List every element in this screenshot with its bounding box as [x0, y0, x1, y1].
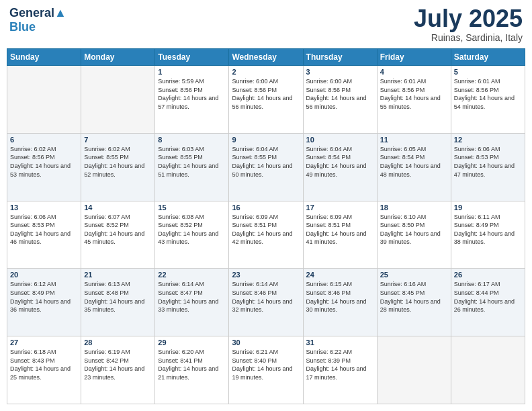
day-info: Sunrise: 5:59 AMSunset: 8:56 PMDaylight:… [158, 77, 226, 111]
day-header-saturday: Saturday [451, 49, 525, 66]
calendar-cell: 18Sunrise: 6:10 AMSunset: 8:50 PMDayligh… [377, 201, 451, 269]
calendar-cell: 31Sunrise: 6:22 AMSunset: 8:39 PMDayligh… [303, 336, 377, 404]
calendar-cell: 25Sunrise: 6:16 AMSunset: 8:45 PMDayligh… [377, 269, 451, 336]
calendar-cell [7, 66, 81, 134]
day-info: Sunrise: 6:05 AMSunset: 8:54 PMDaylight:… [380, 145, 448, 179]
calendar-cell: 9Sunrise: 6:04 AMSunset: 8:55 PMDaylight… [229, 133, 303, 201]
calendar-cell: 29Sunrise: 6:20 AMSunset: 8:41 PMDayligh… [155, 336, 229, 404]
day-number: 2 [232, 68, 300, 76]
calendar-week-row: 6Sunrise: 6:02 AMSunset: 8:56 PMDaylight… [7, 133, 525, 201]
day-info: Sunrise: 6:09 AMSunset: 8:51 PMDaylight:… [306, 213, 374, 246]
day-number: 17 [306, 203, 374, 212]
calendar-cell: 1Sunrise: 5:59 AMSunset: 8:56 PMDaylight… [155, 66, 229, 134]
day-number: 11 [380, 136, 448, 144]
day-info: Sunrise: 6:13 AMSunset: 8:48 PMDaylight:… [84, 280, 152, 314]
calendar-cell: 27Sunrise: 6:18 AMSunset: 8:43 PMDayligh… [7, 336, 81, 404]
day-number: 31 [306, 338, 374, 347]
month-title: July 2025 [414, 7, 523, 31]
calendar-cell: 13Sunrise: 6:06 AMSunset: 8:53 PMDayligh… [7, 201, 81, 269]
day-header-tuesday: Tuesday [155, 49, 229, 66]
header: General▲ Blue July 2025 Ruinas, Sardinia… [7, 7, 525, 43]
calendar-cell: 28Sunrise: 6:19 AMSunset: 8:42 PMDayligh… [81, 336, 155, 404]
calendar-week-row: 20Sunrise: 6:12 AMSunset: 8:49 PMDayligh… [7, 269, 525, 336]
calendar-table: SundayMondayTuesdayWednesdayThursdayFrid… [7, 48, 525, 404]
day-info: Sunrise: 6:12 AMSunset: 8:49 PMDaylight:… [10, 280, 78, 314]
day-number: 1 [158, 68, 226, 76]
calendar-week-row: 1Sunrise: 5:59 AMSunset: 8:56 PMDaylight… [7, 66, 525, 134]
day-info: Sunrise: 6:09 AMSunset: 8:51 PMDaylight:… [232, 213, 300, 246]
day-info: Sunrise: 6:19 AMSunset: 8:42 PMDaylight:… [84, 348, 152, 381]
day-info: Sunrise: 6:06 AMSunset: 8:53 PMDaylight:… [10, 213, 78, 246]
day-number: 22 [158, 271, 226, 279]
calendar-cell: 5Sunrise: 6:01 AMSunset: 8:56 PMDaylight… [451, 66, 525, 134]
day-number: 23 [232, 271, 300, 279]
day-info: Sunrise: 6:20 AMSunset: 8:41 PMDaylight:… [158, 348, 226, 381]
calendar-cell: 10Sunrise: 6:04 AMSunset: 8:54 PMDayligh… [303, 133, 377, 201]
day-number: 29 [158, 338, 226, 347]
calendar-cell: 16Sunrise: 6:09 AMSunset: 8:51 PMDayligh… [229, 201, 303, 269]
calendar-cell: 3Sunrise: 6:00 AMSunset: 8:56 PMDaylight… [303, 66, 377, 134]
day-header-wednesday: Wednesday [229, 49, 303, 66]
day-number: 6 [10, 136, 78, 144]
day-number: 8 [158, 136, 226, 144]
day-info: Sunrise: 6:22 AMSunset: 8:39 PMDaylight:… [306, 348, 374, 381]
calendar-cell: 4Sunrise: 6:01 AMSunset: 8:56 PMDaylight… [377, 66, 451, 134]
day-number: 9 [232, 136, 300, 144]
logo-blue: Blue [9, 20, 66, 34]
day-info: Sunrise: 6:15 AMSunset: 8:46 PMDaylight:… [306, 280, 374, 314]
day-number: 24 [306, 271, 374, 279]
day-number: 30 [232, 338, 300, 347]
day-info: Sunrise: 6:10 AMSunset: 8:50 PMDaylight:… [380, 213, 448, 246]
calendar-week-row: 27Sunrise: 6:18 AMSunset: 8:43 PMDayligh… [7, 336, 525, 404]
day-info: Sunrise: 6:16 AMSunset: 8:45 PMDaylight:… [380, 280, 448, 314]
day-info: Sunrise: 6:17 AMSunset: 8:44 PMDaylight:… [454, 280, 522, 314]
calendar-body: 1Sunrise: 5:59 AMSunset: 8:56 PMDaylight… [7, 66, 525, 404]
day-number: 13 [10, 203, 78, 212]
calendar-cell: 2Sunrise: 6:00 AMSunset: 8:56 PMDaylight… [229, 66, 303, 134]
day-info: Sunrise: 6:04 AMSunset: 8:54 PMDaylight:… [306, 145, 374, 179]
day-info: Sunrise: 6:11 AMSunset: 8:49 PMDaylight:… [454, 213, 522, 246]
calendar-cell: 12Sunrise: 6:06 AMSunset: 8:53 PMDayligh… [451, 133, 525, 201]
day-info: Sunrise: 6:01 AMSunset: 8:56 PMDaylight:… [454, 77, 522, 111]
page: General▲ Blue July 2025 Ruinas, Sardinia… [0, 0, 532, 411]
day-info: Sunrise: 6:08 AMSunset: 8:52 PMDaylight:… [158, 213, 226, 246]
day-info: Sunrise: 6:14 AMSunset: 8:46 PMDaylight:… [232, 280, 300, 314]
calendar-cell [451, 336, 525, 404]
calendar-cell: 8Sunrise: 6:03 AMSunset: 8:55 PMDaylight… [155, 133, 229, 201]
day-number: 28 [84, 338, 152, 347]
day-number: 5 [454, 68, 522, 76]
day-info: Sunrise: 6:18 AMSunset: 8:43 PMDaylight:… [10, 348, 78, 381]
calendar-cell: 20Sunrise: 6:12 AMSunset: 8:49 PMDayligh… [7, 269, 81, 336]
calendar-cell: 19Sunrise: 6:11 AMSunset: 8:49 PMDayligh… [451, 201, 525, 269]
calendar-cell: 22Sunrise: 6:14 AMSunset: 8:47 PMDayligh… [155, 269, 229, 336]
day-number: 21 [84, 271, 152, 279]
day-info: Sunrise: 6:00 AMSunset: 8:56 PMDaylight:… [306, 77, 374, 111]
calendar-header-row: SundayMondayTuesdayWednesdayThursdayFrid… [7, 49, 525, 66]
day-info: Sunrise: 6:00 AMSunset: 8:56 PMDaylight:… [232, 77, 300, 111]
day-number: 16 [232, 203, 300, 212]
day-number: 26 [454, 271, 522, 279]
day-number: 27 [10, 338, 78, 347]
calendar-cell: 21Sunrise: 6:13 AMSunset: 8:48 PMDayligh… [81, 269, 155, 336]
calendar-week-row: 13Sunrise: 6:06 AMSunset: 8:53 PMDayligh… [7, 201, 525, 269]
logo: General▲ Blue [9, 7, 66, 34]
day-number: 20 [10, 271, 78, 279]
day-info: Sunrise: 6:14 AMSunset: 8:47 PMDaylight:… [158, 280, 226, 314]
day-header-friday: Friday [377, 49, 451, 66]
day-info: Sunrise: 6:01 AMSunset: 8:56 PMDaylight:… [380, 77, 448, 111]
logo-text: General▲ [9, 7, 66, 20]
day-number: 15 [158, 203, 226, 212]
day-info: Sunrise: 6:06 AMSunset: 8:53 PMDaylight:… [454, 145, 522, 179]
calendar-cell: 26Sunrise: 6:17 AMSunset: 8:44 PMDayligh… [451, 269, 525, 336]
calendar-cell: 30Sunrise: 6:21 AMSunset: 8:40 PMDayligh… [229, 336, 303, 404]
calendar-cell: 6Sunrise: 6:02 AMSunset: 8:56 PMDaylight… [7, 133, 81, 201]
day-info: Sunrise: 6:02 AMSunset: 8:55 PMDaylight:… [84, 145, 152, 179]
day-header-monday: Monday [81, 49, 155, 66]
day-header-sunday: Sunday [7, 49, 81, 66]
day-number: 3 [306, 68, 374, 76]
calendar-cell: 7Sunrise: 6:02 AMSunset: 8:55 PMDaylight… [81, 133, 155, 201]
day-header-thursday: Thursday [303, 49, 377, 66]
day-info: Sunrise: 6:03 AMSunset: 8:55 PMDaylight:… [158, 145, 226, 179]
day-number: 18 [380, 203, 448, 212]
calendar-cell: 17Sunrise: 6:09 AMSunset: 8:51 PMDayligh… [303, 201, 377, 269]
